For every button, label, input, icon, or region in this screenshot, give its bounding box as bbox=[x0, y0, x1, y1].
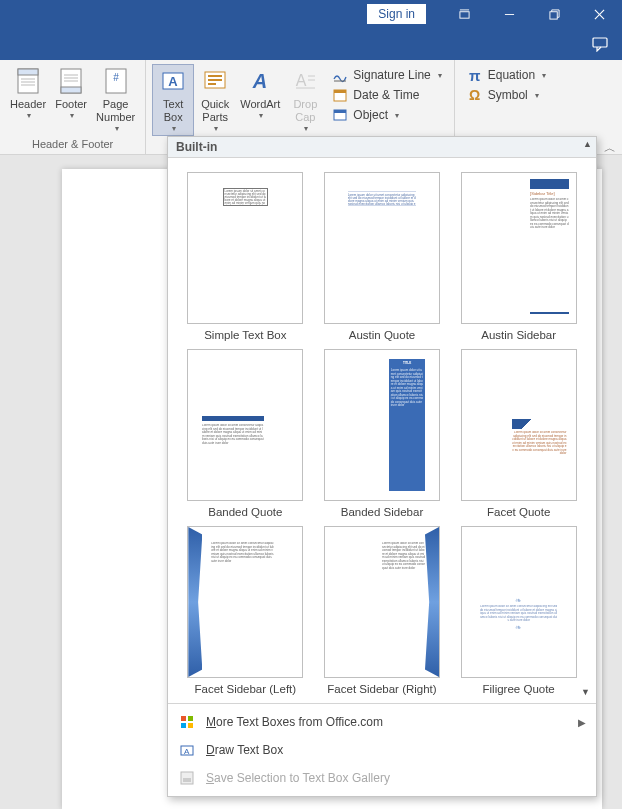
page-number-label: Page Number bbox=[96, 98, 135, 124]
more-text-boxes-menu-item[interactable]: More Text Boxes from Office.com ▶ bbox=[168, 708, 596, 736]
svg-rect-32 bbox=[334, 90, 346, 93]
symbol-button[interactable]: Ω Symbol ▾ bbox=[465, 86, 548, 104]
svg-rect-13 bbox=[61, 87, 81, 93]
svg-rect-38 bbox=[188, 723, 193, 728]
chevron-down-icon: ▾ bbox=[535, 91, 539, 100]
text-box-gallery: Built-in ▲ Lorem ipsum dolor sit amet co… bbox=[167, 136, 597, 797]
ribbon-group-label: Header & Footer bbox=[6, 136, 139, 152]
sign-in-button[interactable]: Sign in bbox=[367, 4, 426, 24]
office-icon bbox=[178, 713, 196, 731]
gallery-item-banded-sidebar[interactable]: TITLELorem ipsum dolor sit amet consecte… bbox=[323, 349, 442, 518]
thumb-label: Austin Quote bbox=[349, 329, 415, 341]
scroll-up-icon[interactable]: ▲ bbox=[583, 139, 592, 149]
quick-parts-button[interactable]: Quick Parts ▾ bbox=[194, 64, 236, 136]
gallery-item-facet-sidebar-right[interactable]: Lorem ipsum dolor sit amet consectetur a… bbox=[323, 526, 442, 695]
equation-button[interactable]: π Equation ▾ bbox=[465, 66, 548, 84]
title-bar: Sign in bbox=[0, 0, 622, 60]
gallery-item-simple-text-box[interactable]: Lorem ipsum dolor sit amet consectetur a… bbox=[186, 172, 305, 341]
chevron-right-icon: ▶ bbox=[578, 717, 586, 728]
draw-text-box-icon: A bbox=[178, 741, 196, 759]
header-label: Header bbox=[10, 98, 46, 111]
chevron-down-icon: ▾ bbox=[259, 111, 263, 121]
svg-rect-3 bbox=[550, 11, 557, 18]
svg-rect-35 bbox=[181, 716, 186, 721]
save-gallery-icon bbox=[178, 769, 196, 787]
restore-icon[interactable] bbox=[532, 0, 577, 28]
wordart-button[interactable]: A WordArt ▾ bbox=[236, 64, 284, 123]
signature-icon bbox=[332, 67, 348, 83]
wordart-label: WordArt bbox=[240, 98, 280, 111]
close-icon[interactable] bbox=[577, 0, 622, 28]
chevron-down-icon: ▾ bbox=[438, 71, 442, 80]
svg-text:A: A bbox=[169, 74, 179, 89]
ribbon-display-options-icon[interactable] bbox=[442, 0, 487, 28]
ribbon-group-header-footer: Header ▾ Footer ▾ # Page Number ▾ Header… bbox=[0, 60, 146, 154]
omega-icon: Ω bbox=[467, 87, 483, 103]
text-box-button[interactable]: A Text Box ▾ bbox=[152, 64, 194, 136]
svg-rect-36 bbox=[188, 716, 193, 721]
thumb-label: Facet Sidebar (Left) bbox=[195, 683, 297, 695]
gallery-item-facet-quote[interactable]: Lorem ipsum dolor sit amet consectetur a… bbox=[459, 349, 578, 518]
thumb-label: Banded Quote bbox=[208, 506, 282, 518]
comments-icon[interactable] bbox=[592, 36, 608, 56]
svg-rect-8 bbox=[18, 69, 38, 75]
chevron-down-icon: ▾ bbox=[395, 111, 399, 120]
thumb-label: Banded Sidebar bbox=[341, 506, 423, 518]
chevron-down-icon: ▾ bbox=[172, 124, 176, 134]
svg-text:A: A bbox=[296, 72, 307, 89]
chevron-down-icon: ▾ bbox=[214, 124, 218, 134]
page-number-button[interactable]: # Page Number ▾ bbox=[92, 64, 139, 136]
chevron-down-icon: ▾ bbox=[27, 111, 31, 121]
gallery-item-austin-sidebar[interactable]: [Sidebar Title]Lorem ipsum dolor sit ame… bbox=[459, 172, 578, 341]
signature-line-button[interactable]: Signature Line ▾ bbox=[330, 66, 443, 84]
chevron-down-icon: ▾ bbox=[70, 111, 74, 121]
svg-text:A: A bbox=[252, 70, 267, 92]
svg-rect-42 bbox=[183, 778, 191, 782]
calendar-icon bbox=[332, 87, 348, 103]
signature-line-label: Signature Line bbox=[353, 68, 430, 82]
svg-rect-34 bbox=[334, 110, 346, 113]
thumb-label: Facet Quote bbox=[487, 506, 550, 518]
svg-text:#: # bbox=[113, 72, 119, 83]
date-time-label: Date & Time bbox=[353, 88, 419, 102]
gallery-item-facet-sidebar-left[interactable]: Lorem ipsum dolor sit amet consectetur a… bbox=[186, 526, 305, 695]
gallery-section-header: Built-in ▲ bbox=[168, 137, 596, 158]
scroll-down-icon[interactable]: ▼ bbox=[581, 687, 590, 697]
date-time-button[interactable]: Date & Time bbox=[330, 86, 443, 104]
thumb-label: Filigree Quote bbox=[483, 683, 555, 695]
pi-icon: π bbox=[467, 67, 483, 83]
thumb-label: Simple Text Box bbox=[204, 329, 286, 341]
svg-rect-37 bbox=[181, 723, 186, 728]
chevron-down-icon: ▾ bbox=[115, 124, 119, 134]
svg-text:A: A bbox=[184, 747, 190, 756]
text-box-label: Text Box bbox=[163, 98, 183, 124]
footer-button[interactable]: Footer ▾ bbox=[50, 64, 92, 123]
svg-rect-6 bbox=[593, 38, 607, 47]
chevron-down-icon: ▾ bbox=[304, 124, 308, 134]
gallery-item-filigree-quote[interactable]: ❧Lorem ipsum dolor sit amet consectetur … bbox=[459, 526, 578, 695]
thumb-label: Austin Sidebar bbox=[481, 329, 556, 341]
drop-cap-button[interactable]: A Drop Cap ▾ bbox=[284, 64, 326, 136]
drop-cap-label: Drop Cap bbox=[293, 98, 317, 124]
footer-label: Footer bbox=[55, 98, 87, 111]
chevron-down-icon: ▾ bbox=[542, 71, 546, 80]
object-button[interactable]: Object ▾ bbox=[330, 106, 443, 124]
symbol-label: Symbol bbox=[488, 88, 528, 102]
object-icon bbox=[332, 107, 348, 123]
draw-text-box-menu-item[interactable]: A Draw Text Box bbox=[168, 736, 596, 764]
equation-label: Equation bbox=[488, 68, 535, 82]
thumb-label: Facet Sidebar (Right) bbox=[327, 683, 436, 695]
header-button[interactable]: Header ▾ bbox=[6, 64, 50, 123]
svg-rect-0 bbox=[460, 11, 469, 17]
save-selection-menu-item: Save Selection to Text Box Gallery bbox=[168, 764, 596, 792]
minimize-icon[interactable] bbox=[487, 0, 532, 28]
object-label: Object bbox=[353, 108, 388, 122]
gallery-item-banded-quote[interactable]: Lorem ipsum dolor sit amet consectetur a… bbox=[186, 349, 305, 518]
quick-parts-label: Quick Parts bbox=[201, 98, 229, 124]
gallery-item-austin-quote[interactable]: Lorem ipsum dolor sit amet consectetur a… bbox=[323, 172, 442, 341]
